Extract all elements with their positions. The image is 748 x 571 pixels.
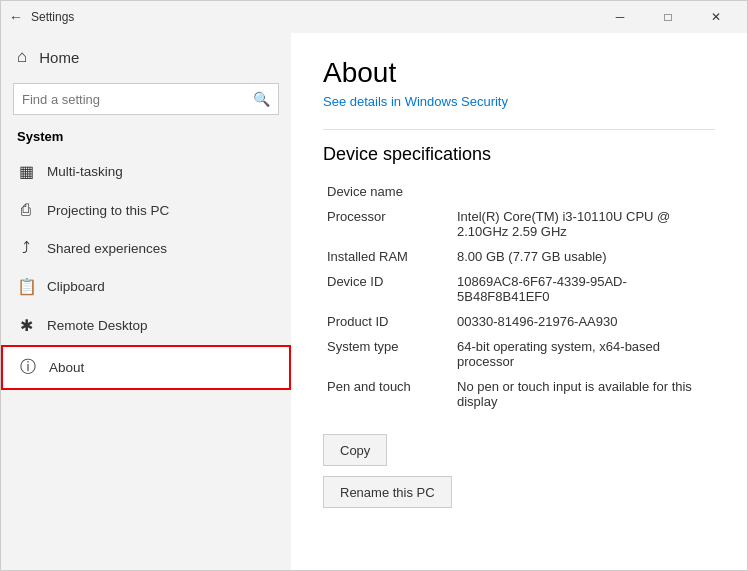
- spec-value: 8.00 GB (7.77 GB usable): [453, 244, 715, 269]
- search-input[interactable]: [22, 92, 253, 107]
- sidebar-item-multitasking[interactable]: ▦ Multi-tasking: [1, 152, 291, 191]
- back-icon[interactable]: ←: [9, 9, 23, 25]
- sidebar-item-label: Clipboard: [47, 279, 105, 294]
- search-icon: 🔍: [253, 91, 270, 107]
- title-bar-left: ← Settings: [9, 9, 74, 25]
- spec-label: Device name: [323, 179, 453, 204]
- table-row: Device name: [323, 179, 715, 204]
- divider: [323, 129, 715, 130]
- spec-label: System type: [323, 334, 453, 374]
- content-area: ⌂ Home 🔍 System ▦ Multi-tasking ⎙ Projec…: [1, 33, 747, 570]
- sidebar-item-label: Multi-tasking: [47, 164, 123, 179]
- shared-experiences-icon: ⤴: [17, 239, 35, 257]
- spec-label: Product ID: [323, 309, 453, 334]
- spec-label: Installed RAM: [323, 244, 453, 269]
- sidebar-item-remote-desktop[interactable]: ✱ Remote Desktop: [1, 306, 291, 345]
- copy-button[interactable]: Copy: [323, 434, 387, 466]
- rename-button[interactable]: Rename this PC: [323, 476, 452, 508]
- windows-security-link[interactable]: See details in Windows Security: [323, 94, 508, 109]
- clipboard-icon: 📋: [17, 277, 35, 296]
- spec-value: Intel(R) Core(TM) i3-10110U CPU @ 2.10GH…: [453, 204, 715, 244]
- projecting-icon: ⎙: [17, 201, 35, 219]
- table-row: ProcessorIntel(R) Core(TM) i3-10110U CPU…: [323, 204, 715, 244]
- sidebar-item-label: Remote Desktop: [47, 318, 148, 333]
- multitasking-icon: ▦: [17, 162, 35, 181]
- maximize-button[interactable]: □: [645, 1, 691, 33]
- sidebar-item-projecting[interactable]: ⎙ Projecting to this PC: [1, 191, 291, 229]
- remote-desktop-icon: ✱: [17, 316, 35, 335]
- page-title: About: [323, 57, 715, 89]
- sidebar-item-about[interactable]: ⓘ About: [1, 345, 291, 390]
- sidebar-home-item[interactable]: ⌂ Home: [1, 37, 291, 77]
- about-icon: ⓘ: [19, 357, 37, 378]
- table-row: Product ID00330-81496-21976-AA930: [323, 309, 715, 334]
- title-bar-controls: ─ □ ✕: [597, 1, 739, 33]
- spec-table: Device nameProcessorIntel(R) Core(TM) i3…: [323, 179, 715, 414]
- spec-value: [453, 179, 715, 204]
- close-button[interactable]: ✕: [693, 1, 739, 33]
- spec-value: 64-bit operating system, x64-based proce…: [453, 334, 715, 374]
- home-label: Home: [39, 49, 79, 66]
- spec-value: No pen or touch input is available for t…: [453, 374, 715, 414]
- title-bar: ← Settings ─ □ ✕: [1, 1, 747, 33]
- sidebar-item-label: About: [49, 360, 84, 375]
- sidebar-section-label: System: [1, 125, 291, 152]
- sidebar-item-label: Shared experiences: [47, 241, 167, 256]
- table-row: System type64-bit operating system, x64-…: [323, 334, 715, 374]
- main-panel: About See details in Windows Security De…: [291, 33, 747, 570]
- table-row: Installed RAM8.00 GB (7.77 GB usable): [323, 244, 715, 269]
- spec-value: 00330-81496-21976-AA930: [453, 309, 715, 334]
- table-row: Device ID10869AC8-6F67-4339-95AD-5B48F8B…: [323, 269, 715, 309]
- sidebar-item-shared-experiences[interactable]: ⤴ Shared experiences: [1, 229, 291, 267]
- sidebar-item-label: Projecting to this PC: [47, 203, 169, 218]
- spec-label: Device ID: [323, 269, 453, 309]
- table-row: Pen and touchNo pen or touch input is av…: [323, 374, 715, 414]
- home-icon: ⌂: [17, 47, 27, 67]
- device-specs-title: Device specifications: [323, 144, 715, 165]
- minimize-button[interactable]: ─: [597, 1, 643, 33]
- spec-label: Processor: [323, 204, 453, 244]
- sidebar: ⌂ Home 🔍 System ▦ Multi-tasking ⎙ Projec…: [1, 33, 291, 570]
- spec-value: 10869AC8-6F67-4339-95AD-5B48F8B41EF0: [453, 269, 715, 309]
- sidebar-item-clipboard[interactable]: 📋 Clipboard: [1, 267, 291, 306]
- window-title: Settings: [31, 10, 74, 24]
- search-box[interactable]: 🔍: [13, 83, 279, 115]
- settings-window: ← Settings ─ □ ✕ ⌂ Home 🔍 System ▦ Multi…: [0, 0, 748, 571]
- spec-label: Pen and touch: [323, 374, 453, 414]
